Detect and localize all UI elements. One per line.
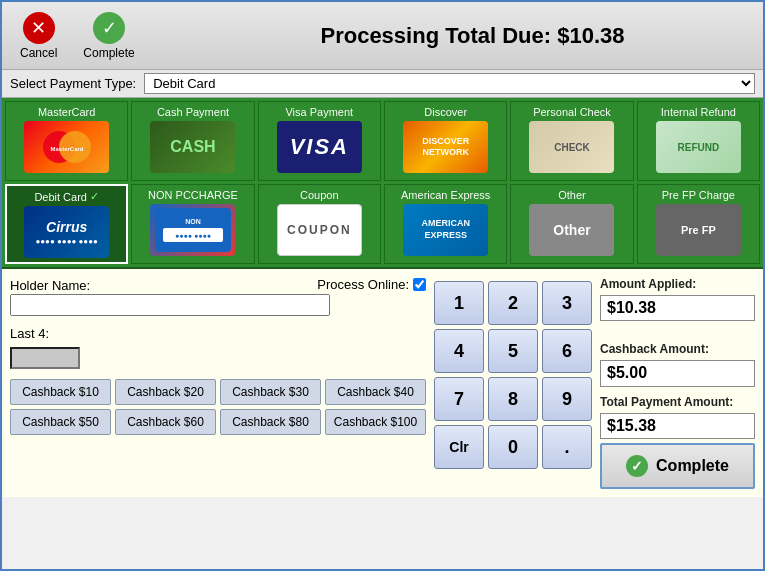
card-label: Other: [558, 189, 586, 201]
cashback-50-button[interactable]: Cashback $50: [10, 409, 111, 435]
window-frame: ✕ Cancel ✓ Complete Processing Total Due…: [0, 0, 765, 571]
numpad-5[interactable]: 5: [488, 329, 538, 373]
process-online-label: Process Online:: [317, 277, 409, 292]
prefp-image: Pre FP: [656, 204, 741, 256]
cashback-60-button[interactable]: Cashback $60: [115, 409, 216, 435]
last4-row: Last 4:: [10, 326, 426, 341]
toolbar-complete-button[interactable]: ✓ Complete: [75, 8, 142, 64]
process-online-checkbox[interactable]: [413, 278, 426, 291]
payment-card-check[interactable]: Personal Check CHECK: [510, 101, 633, 181]
right-panel: Amount Applied: $10.38 Cashback Amount: …: [600, 277, 755, 489]
payment-card-prefp[interactable]: Pre FP Charge Pre FP: [637, 184, 760, 264]
cashback-value: $5.00: [600, 360, 755, 386]
card-label: MasterCard: [38, 106, 95, 118]
cashback-100-button[interactable]: Cashback $100: [325, 409, 426, 435]
numpad-9[interactable]: 9: [542, 377, 592, 421]
cashback-10-button[interactable]: Cashback $10: [10, 379, 111, 405]
card-label: Debit Card ✓: [34, 190, 99, 203]
card-label: American Express: [401, 189, 490, 201]
visa-image: VISA: [277, 121, 362, 173]
payment-card-cash[interactable]: Cash Payment CASH: [131, 101, 254, 181]
mastercard-image: MasterCard: [24, 121, 109, 173]
numpad: 1 2 3 4 5 6 7 8 9 Clr 0 .: [434, 281, 592, 469]
payment-card-visa[interactable]: Visa Payment VISA: [258, 101, 381, 181]
card-label: Personal Check: [533, 106, 611, 118]
holder-name-input[interactable]: [10, 294, 330, 316]
numpad-7[interactable]: 7: [434, 377, 484, 421]
numpad-clr[interactable]: Clr: [434, 425, 484, 469]
card-label: Pre FP Charge: [662, 189, 735, 201]
page-title: Processing Total Due: $10.38: [192, 23, 753, 49]
discover-image: DISCOVERNETWORK: [403, 121, 488, 173]
holder-name-row: Holder Name:: [10, 278, 90, 293]
numpad-3[interactable]: 3: [542, 281, 592, 325]
cashback-40-button[interactable]: Cashback $40: [325, 379, 426, 405]
cashback-label: Cashback Amount:: [600, 342, 755, 356]
toolbar-buttons: ✕ Cancel ✓ Complete: [12, 8, 192, 64]
numpad-6[interactable]: 6: [542, 329, 592, 373]
payment-card-coupon[interactable]: Coupon COUPON: [258, 184, 381, 264]
complete-button[interactable]: ✓ Complete: [600, 443, 755, 489]
card-label: Visa Payment: [285, 106, 353, 118]
numpad-2[interactable]: 2: [488, 281, 538, 325]
last4-label: Last 4:: [10, 326, 49, 341]
svg-text:NON: NON: [185, 218, 201, 225]
nonpc-image: NON ●●●● ●●●●: [150, 204, 235, 256]
cancel-label: Cancel: [20, 46, 57, 60]
debit-image: Cirrus ●●●● ●●●● ●●●●: [24, 206, 109, 258]
svg-text:●●●● ●●●●: ●●●● ●●●●: [175, 232, 211, 239]
bottom-section: Holder Name: Process Online: Last 4: Cas…: [2, 269, 763, 497]
toolbar-complete-label: Complete: [83, 46, 134, 60]
svg-text:MasterCard: MasterCard: [50, 146, 83, 152]
payment-card-debit[interactable]: Debit Card ✓ Cirrus ●●●● ●●●● ●●●●: [5, 184, 128, 264]
amex-image: AMERICANEXPRESS: [403, 204, 488, 256]
card-label: NON PCCHARGE: [148, 189, 238, 201]
complete-check-icon: ✓: [626, 455, 648, 477]
cash-image: CASH: [150, 121, 235, 173]
cancel-icon: ✕: [23, 12, 55, 44]
coupon-image: COUPON: [277, 204, 362, 256]
numpad-dot[interactable]: .: [542, 425, 592, 469]
process-online-row: Process Online:: [317, 277, 426, 292]
card-label: Coupon: [300, 189, 339, 201]
applied-label: Amount Applied:: [600, 277, 755, 291]
cancel-button[interactable]: ✕ Cancel: [12, 8, 65, 64]
numpad-8[interactable]: 8: [488, 377, 538, 421]
payment-card-mastercard[interactable]: MasterCard MasterCard: [5, 101, 128, 181]
total-label: Total Payment Amount:: [600, 395, 755, 409]
complete-label: Complete: [656, 457, 729, 475]
toolbar-complete-icon: ✓: [93, 12, 125, 44]
numpad-4[interactable]: 4: [434, 329, 484, 373]
cashback-20-button[interactable]: Cashback $20: [115, 379, 216, 405]
card-label: Discover: [424, 106, 467, 118]
cashback-grid: Cashback $10 Cashback $20 Cashback $30 C…: [10, 379, 426, 435]
payment-type-row: Select Payment Type: Debit Card Credit C…: [2, 70, 763, 98]
left-panel: Holder Name: Process Online: Last 4: Cas…: [10, 277, 426, 489]
other-image: Other: [529, 204, 614, 256]
payment-card-refund[interactable]: Internal Refund REFUND: [637, 101, 760, 181]
holder-name-label: Holder Name:: [10, 278, 90, 293]
payment-type-label: Select Payment Type:: [10, 76, 136, 91]
payment-card-discover[interactable]: Discover DISCOVERNETWORK: [384, 101, 507, 181]
payment-card-nonpc[interactable]: NON PCCHARGE NON ●●●● ●●●●: [131, 184, 254, 264]
cashback-80-button[interactable]: Cashback $80: [220, 409, 321, 435]
numpad-1[interactable]: 1: [434, 281, 484, 325]
last4-input[interactable]: [10, 347, 80, 369]
payment-card-amex[interactable]: American Express AMERICANEXPRESS: [384, 184, 507, 264]
check-image: CHECK: [529, 121, 614, 173]
payment-grid: MasterCard MasterCard Cash Payment CASH …: [2, 98, 763, 269]
total-value: $15.38: [600, 413, 755, 439]
top-bar: ✕ Cancel ✓ Complete Processing Total Due…: [2, 2, 763, 70]
cashback-30-button[interactable]: Cashback $30: [220, 379, 321, 405]
applied-value: $10.38: [600, 295, 755, 321]
payment-type-select[interactable]: Debit Card Credit Card Cash Check Coupon: [144, 73, 755, 94]
card-label: Cash Payment: [157, 106, 229, 118]
refund-image: REFUND: [656, 121, 741, 173]
payment-card-other[interactable]: Other Other: [510, 184, 633, 264]
numpad-0[interactable]: 0: [488, 425, 538, 469]
card-label: Internal Refund: [661, 106, 736, 118]
